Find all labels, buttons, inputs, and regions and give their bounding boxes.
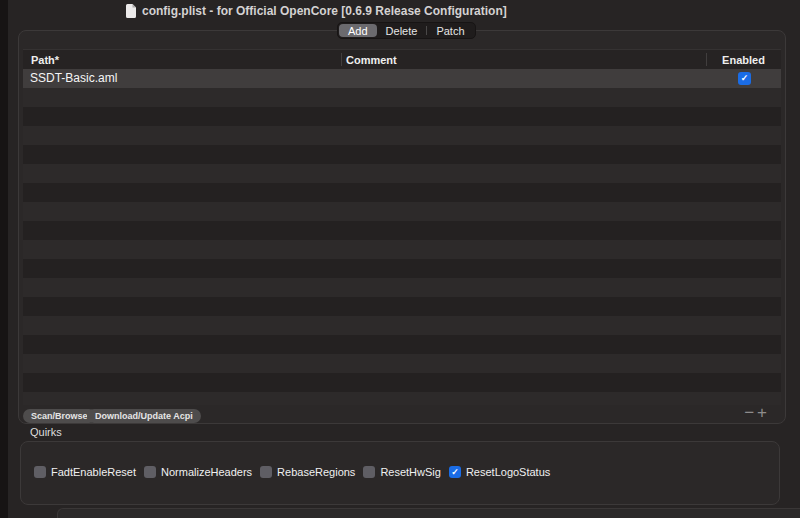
checkbox-icon[interactable] <box>144 466 156 478</box>
table-row-empty <box>23 221 781 240</box>
window-title: config.plist - for Official OpenCore [0.… <box>142 0 507 22</box>
table-row-empty <box>23 373 781 392</box>
table-row-empty <box>23 297 781 316</box>
add-tab-panel: Path* Comment Enabled SSDT-Basic.aml ✓ S… <box>18 30 786 424</box>
checkbox-icon[interactable] <box>260 466 272 478</box>
table-row-empty <box>23 202 781 221</box>
table-row-empty <box>23 240 781 259</box>
document-icon <box>126 4 137 18</box>
column-header-enabled[interactable]: Enabled <box>706 50 781 69</box>
table-body: SSDT-Basic.aml ✓ <box>23 69 781 405</box>
table-row-empty <box>23 278 781 297</box>
table-row-empty <box>23 392 781 405</box>
add-row-button[interactable]: + <box>757 403 767 423</box>
quirk-rebaseregions[interactable]: RebaseRegions <box>260 466 355 478</box>
tab-patch[interactable]: Patch <box>427 24 473 37</box>
column-header-path[interactable]: Path* <box>31 50 59 69</box>
table-row-empty <box>23 107 781 126</box>
scan-browse-button[interactable]: Scan/Browse <box>23 409 96 423</box>
quirk-label: FadtEnableReset <box>51 466 136 478</box>
quirk-label: ResetHwSig <box>380 466 441 478</box>
tab-add[interactable]: Add <box>339 24 377 37</box>
tab-delete[interactable]: Delete <box>377 24 427 37</box>
table-row-empty <box>23 126 781 145</box>
checkbox-icon[interactable]: ✓ <box>449 466 461 478</box>
table-row-empty <box>23 335 781 354</box>
titlebar: config.plist - for Official OpenCore [0.… <box>8 0 800 22</box>
table-row-empty <box>23 88 781 107</box>
table-row-empty <box>23 354 781 373</box>
table-row-empty <box>23 145 781 164</box>
table-row-empty <box>23 164 781 183</box>
remove-row-button[interactable]: − <box>744 403 754 423</box>
download-update-acpi-button[interactable]: Download/Update Acpi <box>87 409 201 423</box>
table-row[interactable]: SSDT-Basic.aml ✓ <box>23 69 781 88</box>
quirk-fadtenablereset[interactable]: FadtEnableReset <box>34 466 136 478</box>
row-add-remove-controls: − + <box>744 403 767 423</box>
table-header: Path* Comment Enabled <box>23 50 781 69</box>
quirk-label: RebaseRegions <box>277 466 355 478</box>
table-row-empty <box>23 316 781 335</box>
quirk-label: ResetLogoStatus <box>466 466 550 478</box>
column-divider <box>341 53 342 66</box>
quirks-checkbox-row: FadtEnableResetNormalizeHeadersRebaseReg… <box>34 466 550 478</box>
table-row-empty <box>23 183 781 202</box>
quirk-normalizeheaders[interactable]: NormalizeHeaders <box>144 466 252 478</box>
quirks-section-title: Quirks <box>30 426 62 438</box>
quirk-label: NormalizeHeaders <box>161 466 252 478</box>
checkbox-icon[interactable] <box>34 466 46 478</box>
acpi-table: Path* Comment Enabled SSDT-Basic.aml ✓ <box>23 49 781 405</box>
checkbox-icon[interactable] <box>363 466 375 478</box>
background-window-edge <box>57 508 800 518</box>
enabled-checkbox[interactable]: ✓ <box>738 72 751 85</box>
app-window: config.plist - for Official OpenCore [0.… <box>0 0 800 518</box>
quirk-resethwsig[interactable]: ResetHwSig <box>363 466 441 478</box>
quirks-group-box: FadtEnableResetNormalizeHeadersRebaseReg… <box>20 441 780 505</box>
tab-bar: AddDeletePatch <box>337 22 476 39</box>
quirk-resetlogostatus[interactable]: ✓ResetLogoStatus <box>449 466 550 478</box>
column-header-comment[interactable]: Comment <box>346 50 397 69</box>
table-row-empty <box>23 259 781 278</box>
row-path-value: SSDT-Basic.aml <box>30 69 117 88</box>
desktop-edge <box>0 0 8 518</box>
